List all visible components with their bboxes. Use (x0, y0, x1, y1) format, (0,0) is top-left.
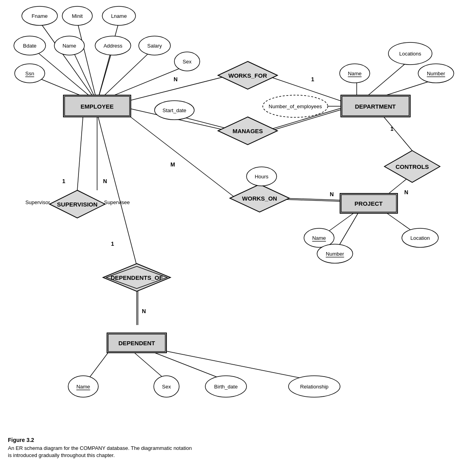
svg-text:1: 1 (62, 178, 65, 184)
label-supervisee: Supervisee (104, 199, 130, 205)
attr-dept-number-label: Number (427, 71, 445, 76)
svg-line-19 (123, 111, 236, 198)
svg-text:N: N (404, 189, 408, 195)
svg-line-34 (365, 59, 410, 98)
svg-line-46 (131, 350, 166, 381)
rel-dependents-of-label: DEPENDENTS_OF (111, 274, 163, 281)
attr-birth-date-label: Birth_date (214, 384, 237, 390)
attr-emp-sex-label: Sex (183, 59, 192, 65)
caption-line2: is introduced gradually throughout this … (8, 452, 246, 459)
svg-text:N: N (174, 76, 178, 82)
svg-text:N: N (103, 178, 107, 184)
attr-minit-label: Minit (72, 13, 83, 19)
rel-supervision-label: SUPERVISION (57, 201, 97, 208)
entity-project-label: PROJECT (355, 200, 383, 207)
svg-line-48 (159, 350, 313, 381)
svg-line-43 (339, 212, 359, 246)
svg-text:1: 1 (390, 126, 394, 132)
svg-line-6 (97, 48, 155, 102)
caption-title: Figure 3.2 (8, 437, 246, 443)
entity-dependent-label: DEPENDENT (119, 340, 155, 346)
figure-caption: Figure 3.2 An ER schema diagram for the … (8, 437, 246, 459)
entity-department-label: DEPARTMENT (355, 103, 396, 110)
attr-emp-name-label: Name (63, 43, 76, 49)
svg-line-5 (97, 48, 113, 102)
svg-line-45 (87, 349, 111, 381)
attr-relationship-label: Relationship (300, 384, 329, 390)
svg-text:N: N (330, 191, 334, 197)
attr-bdate-label: Bdate (23, 43, 36, 49)
rel-manages-label: MANAGES (233, 128, 263, 134)
attr-num-employees-label: Number_of_employees (269, 103, 322, 109)
svg-line-38 (380, 113, 412, 151)
attr-ssn-label: Ssn (25, 71, 34, 76)
rel-works-on-label: WORKS_ON (242, 195, 277, 202)
rel-works-for-label: WORKS_FOR (228, 72, 267, 79)
attr-hours-label: Hours (255, 174, 269, 180)
svg-line-47 (147, 350, 226, 381)
label-supervisor: Supervisor (25, 199, 50, 205)
svg-text:N: N (142, 308, 146, 314)
attr-locations-label: Locations (399, 51, 421, 57)
attr-address-label: Address (103, 43, 122, 49)
attr-location-label: Location (410, 235, 430, 241)
caption-line1: An ER schema diagram for the COMPANY dat… (8, 445, 246, 452)
svg-text:1: 1 (311, 76, 314, 82)
attr-proj-number-label: Number (326, 251, 344, 257)
attr-dep-sex-label: Sex (162, 384, 171, 390)
attr-fname-label: Fname (32, 13, 48, 19)
attr-proj-name-label: Name (312, 235, 326, 241)
rel-controls-label: CONTROLS (396, 163, 429, 170)
attr-dep-name-label: Name (76, 384, 90, 390)
svg-line-25 (77, 113, 83, 190)
attr-start-date-label: Start_date (162, 107, 186, 113)
svg-line-29 (97, 113, 137, 266)
svg-text:1: 1 (111, 241, 114, 247)
svg-line-1 (77, 22, 97, 102)
er-diagram-container: .entity-rect { fill: #d0d0d0; stroke: #0… (0, 0, 476, 428)
attr-dept-name-label: Name (348, 71, 362, 76)
attr-lname-label: Lname (111, 13, 127, 19)
entity-employee-label: EMPLOYEE (80, 103, 113, 110)
attr-salary-label: Salary (147, 43, 162, 49)
svg-text:M: M (170, 161, 175, 168)
svg-line-4 (71, 48, 97, 102)
